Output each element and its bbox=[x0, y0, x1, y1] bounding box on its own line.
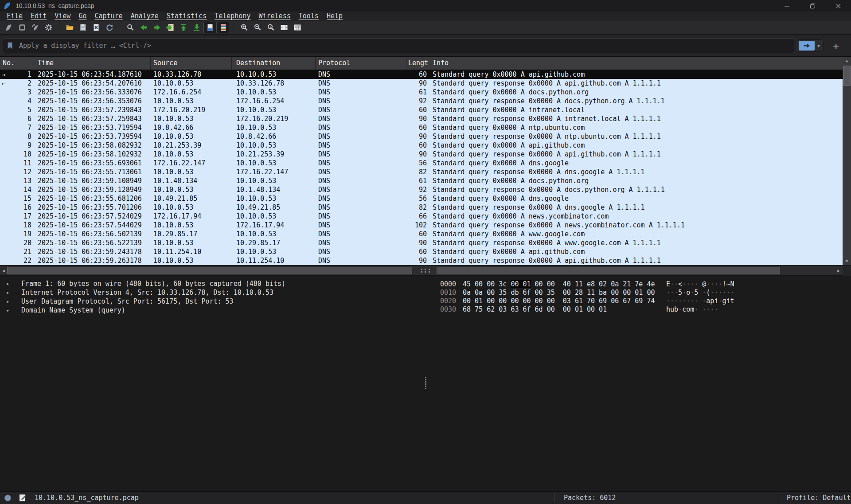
menu-item-help[interactable]: Help bbox=[323, 12, 347, 21]
pane-splitter-grip[interactable] bbox=[420, 269, 431, 273]
scroll-right-arrow-icon[interactable]: ▶ bbox=[835, 266, 842, 275]
column-header-length[interactable]: Lengt bbox=[406, 57, 430, 70]
detail-line[interactable]: ▸User Datagram Protocol, Src Port: 56175… bbox=[0, 297, 422, 306]
packet-row[interactable]: 202025-10-15 06:23:56.52213910.10.0.5310… bbox=[0, 238, 843, 247]
display-filter-input[interactable] bbox=[3, 38, 794, 53]
hex-bytes: 45 00 00 3c 00 01 00 00 40 11 e8 02 0a 2… bbox=[463, 280, 666, 289]
expand-triangle-icon[interactable]: ▸ bbox=[6, 289, 12, 296]
packet-row[interactable]: 212025-10-15 06:23:59.24317810.11.254.10… bbox=[0, 247, 843, 256]
detail-line[interactable]: ▸Domain Name System (query) bbox=[0, 306, 422, 315]
packet-row[interactable]: 62025-10-15 06:23:57.25984310.10.0.53172… bbox=[0, 114, 843, 123]
scroll-up-arrow-icon[interactable]: ▲ bbox=[843, 57, 851, 65]
cell-source: 10.10.0.53 bbox=[151, 97, 232, 105]
detail-line[interactable]: ▸Frame 1: 60 bytes on wire (480 bits), 6… bbox=[0, 279, 422, 288]
reload-file-button[interactable] bbox=[103, 22, 116, 33]
column-header-time[interactable]: Time bbox=[34, 57, 151, 70]
packet-row[interactable]: 32025-10-15 06:23:56.333076172.16.6.2541… bbox=[0, 88, 843, 97]
status-profile[interactable]: Profile: Default bbox=[787, 494, 851, 502]
go-to-packet-button[interactable] bbox=[164, 22, 177, 33]
menu-item-edit[interactable]: Edit bbox=[27, 12, 51, 21]
open-file-button[interactable] bbox=[63, 22, 76, 33]
zoom-original-button[interactable]: 1 bbox=[264, 22, 277, 33]
details-hscrollbar-thumb[interactable] bbox=[7, 267, 412, 274]
packet-row[interactable]: 182025-10-15 06:23:57.54402910.10.0.5317… bbox=[0, 221, 843, 230]
filter-dropdown-caret[interactable]: ▼ bbox=[815, 43, 823, 48]
restart-capture-button[interactable] bbox=[29, 22, 42, 33]
menu-item-capture[interactable]: Capture bbox=[90, 12, 126, 21]
go-forward-button[interactable] bbox=[150, 22, 164, 33]
filter-bookmark-icon[interactable] bbox=[6, 42, 14, 50]
save-file-button[interactable] bbox=[76, 22, 90, 33]
maximize-button[interactable] bbox=[800, 0, 825, 12]
packet-row[interactable]: 172025-10-15 06:23:57.524029172.16.17.94… bbox=[0, 212, 843, 221]
packet-row[interactable]: 192025-10-15 06:23:56.50213910.29.85.171… bbox=[0, 230, 843, 238]
menu-item-view[interactable]: View bbox=[51, 12, 74, 21]
scroll-down-arrow-icon[interactable]: ▼ bbox=[843, 257, 851, 265]
reset-layout-button[interactable]: 123 bbox=[291, 22, 304, 33]
menu-item-file[interactable]: File bbox=[3, 12, 27, 21]
auto-scroll-button[interactable] bbox=[203, 22, 217, 33]
packet-row[interactable]: 122025-10-15 06:23:55.71306110.10.0.5317… bbox=[0, 168, 843, 176]
packet-row[interactable]: 102025-10-15 06:23:58.10293210.10.0.5310… bbox=[0, 150, 843, 159]
packet-row[interactable]: ←22025-10-15 06:23:54.20761010.10.0.5310… bbox=[0, 79, 843, 88]
packet-row[interactable]: 222025-10-15 06:23:59.26317810.10.0.5310… bbox=[0, 256, 843, 265]
capture-options-button[interactable] bbox=[42, 22, 55, 33]
packet-row[interactable]: 42025-10-15 06:23:56.35307610.10.0.53172… bbox=[0, 97, 843, 105]
menu-item-tools[interactable]: Tools bbox=[295, 12, 323, 21]
column-header-destination[interactable]: Destination bbox=[232, 57, 316, 70]
cell-length: 61 bbox=[406, 176, 430, 185]
menu-item-telephony[interactable]: Telephony bbox=[211, 12, 254, 21]
packet-row[interactable]: 152025-10-15 06:23:55.68120610.49.21.851… bbox=[0, 194, 843, 203]
hex-row[interactable]: 000045 00 00 3c 00 01 00 00 40 11 e8 02 … bbox=[440, 280, 851, 289]
column-header-no[interactable]: No. bbox=[0, 57, 34, 70]
column-header-protocol[interactable]: Protocol bbox=[316, 57, 406, 70]
menu-item-wireless[interactable]: Wireless bbox=[254, 12, 294, 21]
packet-row[interactable]: 162025-10-15 06:23:55.70120610.10.0.5310… bbox=[0, 203, 843, 212]
packet-row[interactable]: →12025-10-15 06:23:54.18761010.33.126.78… bbox=[0, 70, 843, 79]
zoom-out-button[interactable] bbox=[251, 22, 264, 33]
hex-row[interactable]: 002000 01 00 00 00 00 00 00 03 61 70 69 … bbox=[440, 297, 851, 305]
packet-row[interactable]: 72025-10-15 06:23:53.71959410.8.42.6610.… bbox=[0, 123, 843, 132]
expert-info-icon[interactable] bbox=[4, 495, 11, 501]
hex-row[interactable]: 00100a 0a 00 35 db 6f 00 35 00 28 11 ba … bbox=[440, 289, 851, 297]
menu-item-statistics[interactable]: Statistics bbox=[163, 12, 211, 21]
detail-line[interactable]: ▸Internet Protocol Version 4, Src: 10.33… bbox=[0, 288, 422, 297]
stop-capture-button[interactable] bbox=[16, 22, 29, 33]
scroll-left-arrow-icon[interactable]: ◀ bbox=[0, 266, 7, 275]
packet-row[interactable]: 82025-10-15 06:23:53.73959410.10.0.5310.… bbox=[0, 132, 843, 141]
details-hex-splitter[interactable] bbox=[422, 276, 429, 491]
resize-columns-button[interactable] bbox=[277, 22, 291, 33]
cell-info: Standard query 0x0000 A news.ycombinator… bbox=[430, 212, 843, 221]
column-header-source[interactable]: Source bbox=[151, 57, 232, 70]
menu-item-analyze[interactable]: Analyze bbox=[127, 12, 163, 21]
go-first-packet-button[interactable] bbox=[177, 22, 190, 33]
column-header-info[interactable]: Info bbox=[430, 57, 843, 70]
cell-time: 2025-10-15 06:23:59.263178 bbox=[34, 256, 151, 265]
packet-row[interactable]: 52025-10-15 06:23:57.239843172.16.20.219… bbox=[0, 105, 843, 114]
menu-item-go[interactable]: Go bbox=[74, 12, 90, 21]
cell-time: 2025-10-15 06:23:56.502139 bbox=[34, 230, 151, 238]
zoom-in-button[interactable] bbox=[238, 22, 251, 33]
packet-row[interactable]: 112025-10-15 06:23:55.693061172.16.22.14… bbox=[0, 159, 843, 168]
colorize-packets-button[interactable] bbox=[217, 22, 230, 33]
go-back-button[interactable] bbox=[137, 22, 150, 33]
add-filter-button[interactable]: + bbox=[830, 39, 842, 52]
packet-row[interactable]: 132025-10-15 06:23:59.10894910.1.48.1341… bbox=[0, 176, 843, 185]
apply-filter-button[interactable] bbox=[799, 41, 815, 51]
close-file-button[interactable] bbox=[90, 22, 103, 33]
find-packet-button[interactable] bbox=[124, 22, 137, 33]
packet-row[interactable]: 142025-10-15 06:23:59.12894910.10.0.5310… bbox=[0, 185, 843, 194]
go-last-packet-button[interactable] bbox=[190, 22, 203, 33]
minimize-button[interactable] bbox=[774, 0, 800, 12]
expand-triangle-icon[interactable]: ▸ bbox=[6, 281, 12, 287]
hex-row[interactable]: 003068 75 62 03 63 6f 6d 00 00 01 00 01h… bbox=[440, 305, 851, 314]
start-capture-button[interactable] bbox=[2, 22, 16, 33]
packet-row[interactable]: 92025-10-15 06:23:58.08293210.21.253.391… bbox=[0, 141, 843, 150]
expand-triangle-icon[interactable]: ▸ bbox=[6, 307, 12, 313]
vscrollbar-thumb[interactable] bbox=[843, 66, 851, 86]
hex-hscrollbar-thumb[interactable] bbox=[437, 267, 780, 274]
packet-list-vscrollbar[interactable]: ▲ ▼ bbox=[843, 57, 851, 265]
close-button[interactable] bbox=[825, 0, 851, 12]
expand-triangle-icon[interactable]: ▸ bbox=[6, 298, 12, 305]
capture-comment-icon[interactable] bbox=[19, 494, 27, 502]
